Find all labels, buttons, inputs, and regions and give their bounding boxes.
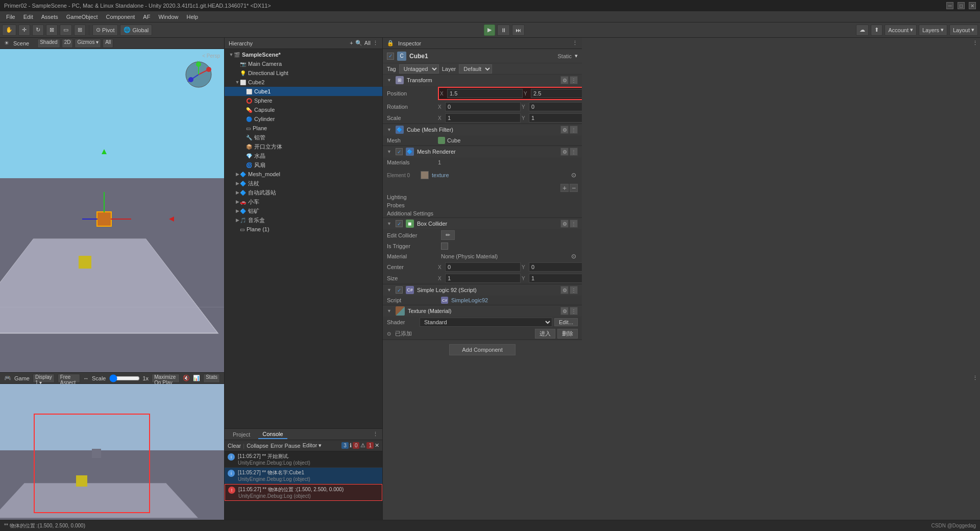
add-component-button[interactable]: Add Component xyxy=(449,344,516,355)
transform-settings-btn[interactable]: ⚙ xyxy=(560,76,569,84)
game-yellow-cube[interactable] xyxy=(76,475,87,487)
tag-selector[interactable]: Untagged xyxy=(399,64,439,74)
menu-edit[interactable]: Edit xyxy=(19,13,37,21)
hierarchy-item-capsule[interactable]: 💊 Capsule xyxy=(225,105,382,114)
box-collider-settings-btn[interactable]: ⚙ xyxy=(560,220,569,228)
scene-selected-cube[interactable] xyxy=(96,211,112,227)
hierarchy-item-cylinder[interactable]: 🔵 Cylinder xyxy=(225,114,382,124)
console-row-2[interactable]: i [11:05:27] ** 物体名字:Cube1 UnityEngine.D… xyxy=(225,468,382,484)
transform-menu-btn[interactable]: ⋮ xyxy=(570,76,578,84)
console-row-3[interactable]: ! [11:05:27] ** 物体的位置 :(1.500, 2.500, 0.… xyxy=(225,484,382,501)
hierarchy-item-maincamera[interactable]: 📷 Main Camera xyxy=(225,59,382,68)
scene-gizmos-btn[interactable]: Gizmos ▾ xyxy=(75,39,101,48)
additional-label[interactable]: Additional Settings xyxy=(387,210,433,216)
collapse-btn[interactable]: Collapse xyxy=(247,443,268,449)
step-button[interactable]: ⏭ xyxy=(512,25,525,36)
hierarchy-item-cube1[interactable]: ⬜ Cube1 xyxy=(225,87,382,96)
scene-orientation-gizmo[interactable]: X Y Z xyxy=(183,59,214,90)
hierarchy-item-car[interactable]: ▶ 🚗 小车 xyxy=(225,197,382,206)
global-button[interactable]: 🌐 Global xyxy=(120,25,152,36)
collab-button[interactable]: ☁ xyxy=(856,25,869,36)
pause-button[interactable]: ⏸ xyxy=(497,25,510,36)
game-more-btn[interactable]: ⋮ xyxy=(972,375,978,381)
scene-yellow-cube[interactable] xyxy=(79,256,91,269)
aspect-selector[interactable]: Free Aspect ▾ xyxy=(58,374,80,383)
stats-icon[interactable]: 📊 xyxy=(193,375,200,381)
menu-file[interactable]: File xyxy=(2,13,19,21)
menu-assets[interactable]: Assets xyxy=(37,13,62,21)
texture-header[interactable]: ▼ Texture (Material) ⚙ ⋮ xyxy=(383,305,582,317)
account-button[interactable]: Account ▾ xyxy=(885,25,917,36)
hierarchy-item-autostation[interactable]: ▶ 🔷 自动武器站 xyxy=(225,188,382,197)
mesh-renderer-enabled[interactable] xyxy=(396,148,403,155)
material-remove-btn[interactable]: − xyxy=(570,184,578,192)
minimize-button[interactable]: ─ xyxy=(946,2,953,9)
hierarchy-item-musicbox[interactable]: ▶ 🎵 音乐盒 xyxy=(225,215,382,225)
toolbar-transform-tool[interactable]: ⊞ xyxy=(74,25,86,36)
enter-btn[interactable]: 进入 xyxy=(535,329,555,339)
hierarchy-item-directionallight[interactable]: 💡 Directional Light xyxy=(225,68,382,78)
menu-window[interactable]: Window xyxy=(154,13,182,21)
rotation-y-input[interactable] xyxy=(529,102,582,111)
hierarchy-all-btn[interactable]: All xyxy=(364,40,371,46)
hierarchy-item-fan[interactable]: 🌀 风扇 xyxy=(225,160,382,170)
mesh-renderer-settings-btn[interactable]: ⚙ xyxy=(560,148,569,156)
scale-y-input[interactable] xyxy=(529,113,582,123)
hierarchy-item-cube2[interactable]: ▼ ⬜ Cube2 xyxy=(225,78,382,87)
position-x-input[interactable] xyxy=(447,89,523,98)
tab-console[interactable]: Console xyxy=(258,430,287,439)
editor-btn[interactable]: Editor ▾ xyxy=(303,442,322,449)
hierarchy-item-meshmodel[interactable]: ▶ 🔷 Mesh_model xyxy=(225,170,382,179)
hierarchy-item-lutube[interactable]: 🔧 铝管 xyxy=(225,133,382,142)
maximize-on-play-btn[interactable]: Maximize On Play xyxy=(152,374,180,383)
mesh-filter-header[interactable]: ▼ 🔷 Cube (Mesh Filter) ⚙ ⋮ xyxy=(383,124,582,135)
hierarchy-item-samplescene[interactable]: ▼ 🎬 SampleScene* xyxy=(225,50,382,59)
display-selector[interactable]: Display 1 ▾ xyxy=(33,374,55,383)
box-collider-header[interactable]: ▼ ◼ Box Collider ⚙ ⋮ xyxy=(383,218,582,229)
material-name[interactable]: texture xyxy=(432,172,567,178)
delete-btn[interactable]: 删除 xyxy=(557,329,578,339)
object-name[interactable]: Cube1 xyxy=(409,53,554,60)
error-pause-btn[interactable]: Error Pause xyxy=(271,443,301,449)
texture-settings-btn[interactable]: ⚙ xyxy=(560,307,569,315)
center-y-input[interactable] xyxy=(529,262,582,272)
hierarchy-item-opencube[interactable]: 📦 开口立方体 xyxy=(225,142,382,151)
toolbar-hand-tool[interactable]: ✋ xyxy=(2,25,16,36)
material-target-btn[interactable]: ⊙ xyxy=(570,171,578,179)
play-button[interactable]: ▶ xyxy=(484,25,495,36)
hierarchy-search-icon[interactable]: 🔍 xyxy=(355,40,362,46)
static-arrow[interactable]: ▾ xyxy=(575,53,578,59)
tab-project[interactable]: Project xyxy=(229,430,254,439)
layout-button[interactable]: Layout ▾ xyxy=(949,25,978,36)
scene-more-btn[interactable]: ⋮ xyxy=(972,40,978,46)
script-menu-btn[interactable]: ⋮ xyxy=(570,286,578,294)
inspector-more-btn[interactable]: ⋮ xyxy=(572,40,578,46)
cloud-button[interactable]: ⬆ xyxy=(871,25,883,36)
maximize-button[interactable]: □ xyxy=(958,2,965,9)
menu-gameobject[interactable]: GameObject xyxy=(62,13,102,21)
pivot-button[interactable]: ⊙ Pivot xyxy=(92,25,118,36)
menu-af[interactable]: AF xyxy=(139,13,154,21)
object-enabled-checkbox[interactable] xyxy=(387,53,394,60)
is-trigger-checkbox[interactable] xyxy=(441,243,448,250)
close-button[interactable]: ✕ xyxy=(969,2,976,9)
mesh-renderer-menu-btn[interactable]: ⋮ xyxy=(570,148,578,156)
script-enabled[interactable] xyxy=(396,286,403,294)
material-add-btn[interactable]: + xyxy=(560,184,569,192)
scene-all-btn[interactable]: All xyxy=(103,39,113,48)
hierarchy-item-fazhen[interactable]: ▶ 🔷 法杖 xyxy=(225,179,382,188)
script-settings-btn[interactable]: ⚙ xyxy=(560,286,569,294)
script-header[interactable]: ▼ C# Simple Logic 92 (Script) ⚙ ⋮ xyxy=(383,284,582,296)
toolbar-move-tool[interactable]: ✛ xyxy=(18,25,30,36)
texture-menu-btn[interactable]: ⋮ xyxy=(570,307,578,315)
mesh-renderer-header[interactable]: ▼ 🔷 Mesh Renderer ⚙ ⋮ xyxy=(383,146,582,157)
hierarchy-item-plane[interactable]: ▭ Plane xyxy=(225,124,382,133)
position-y-input[interactable] xyxy=(531,89,582,98)
shader-selector[interactable]: Standard xyxy=(420,318,552,327)
console-more-btn[interactable]: ⋮ xyxy=(373,431,378,438)
layers-button[interactable]: Layers ▾ xyxy=(919,25,947,36)
edit-collider-btn[interactable]: ✏ xyxy=(441,230,455,240)
hierarchy-item-almine[interactable]: ▶ 🔷 铝矿 xyxy=(225,206,382,215)
mesh-filter-settings-btn[interactable]: ⚙ xyxy=(560,126,569,134)
lighting-label[interactable]: Lighting xyxy=(387,194,407,200)
